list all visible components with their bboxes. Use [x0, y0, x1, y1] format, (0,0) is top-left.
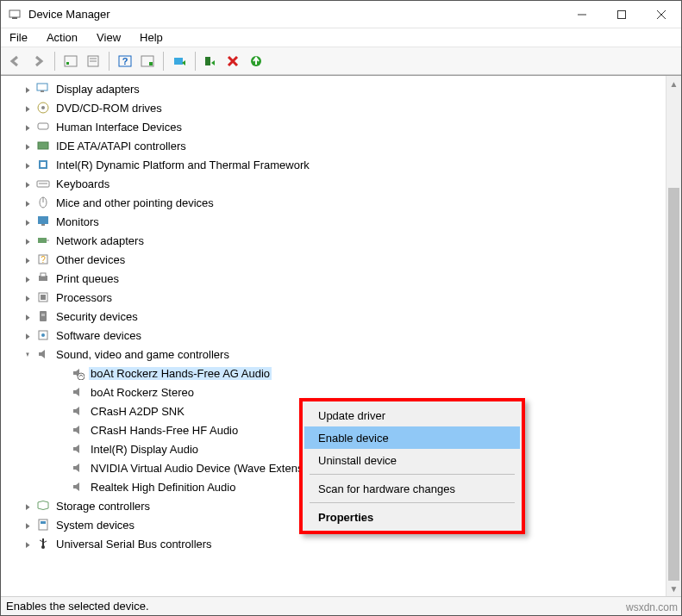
scroll-thumb[interactable] — [668, 188, 679, 581]
tree-node[interactable]: Display adapters — [13, 79, 666, 98]
network-icon — [35, 233, 51, 247]
tree-node-label: Software devices — [54, 329, 143, 342]
uninstall-button[interactable] — [223, 51, 244, 72]
speaker-icon — [70, 480, 85, 494]
svg-text:?: ? — [41, 255, 46, 264]
menu-separator — [310, 474, 515, 475]
expand-chevron-icon[interactable] — [22, 253, 34, 265]
tree-node-label: Security devices — [54, 310, 140, 323]
expand-chevron-icon[interactable] — [22, 329, 34, 341]
hid-icon — [35, 120, 51, 134]
scroll-down[interactable]: ▼ — [666, 581, 681, 596]
svg-rect-47 — [39, 520, 47, 530]
expand-chevron-icon[interactable] — [22, 83, 34, 95]
tree-node[interactable]: Keyboards — [13, 174, 666, 193]
menu-help[interactable]: Help — [140, 31, 163, 44]
back-button[interactable] — [6, 51, 27, 72]
mouse-icon — [35, 196, 51, 209]
properties-button[interactable] — [83, 51, 103, 72]
tree-node[interactable]: Intel(R) Dynamic Platform and Thermal Fr… — [13, 155, 666, 174]
tree-node-label: boAt Rockerz Stereo — [89, 386, 196, 399]
svg-line-4 — [657, 10, 666, 19]
svg-rect-41 — [41, 295, 46, 300]
expand-chevron-icon[interactable] — [22, 519, 34, 531]
forward-button[interactable] — [28, 51, 49, 72]
svg-point-46 — [78, 373, 84, 380]
expand-chevron-icon[interactable] — [22, 215, 34, 227]
scan-hardware-button[interactable] — [246, 51, 266, 72]
svg-rect-33 — [41, 224, 45, 226]
svg-rect-24 — [38, 123, 48, 129]
speaker-icon — [70, 423, 85, 437]
scan-button[interactable] — [137, 51, 158, 72]
svg-rect-7 — [66, 62, 69, 65]
ide-icon — [35, 139, 51, 152]
update-driver-button[interactable] — [169, 51, 190, 72]
context-menu-item[interactable]: Update driver — [304, 404, 520, 426]
expand-chevron-icon[interactable] — [22, 500, 34, 512]
menu-action[interactable]: Action — [47, 31, 78, 44]
cpu-icon — [35, 290, 51, 304]
expand-chevron-icon[interactable] — [22, 121, 34, 133]
close-button[interactable] — [641, 1, 681, 28]
status-bar: Enables the selected device. — [1, 596, 681, 615]
tree-node[interactable]: Network adapters — [13, 231, 666, 250]
menu-view[interactable]: View — [97, 31, 121, 44]
menu-separator — [310, 502, 515, 503]
menu-file[interactable]: File — [9, 31, 28, 44]
tree-node[interactable]: Software devices — [13, 326, 666, 345]
expand-chevron-icon[interactable] — [22, 538, 34, 550]
tree-node[interactable]: Security devices — [13, 307, 666, 326]
tree-node[interactable]: Mice and other pointing devices — [13, 193, 666, 212]
security-icon — [35, 309, 51, 323]
tree-node[interactable]: Processors — [13, 288, 666, 307]
speaker-icon — [70, 442, 85, 456]
svg-rect-16 — [205, 57, 210, 65]
menubar: File Action View Help — [1, 28, 681, 47]
svg-rect-34 — [38, 238, 47, 243]
tree-node-label: Display adapters — [54, 83, 141, 96]
context-menu-item[interactable]: Enable device — [304, 426, 520, 449]
scroll-up[interactable]: ▲ — [666, 76, 681, 91]
tree-node[interactable]: Universal Serial Bus controllers — [13, 534, 666, 553]
vertical-scrollbar[interactable]: ▲ ▼ — [666, 76, 681, 596]
minimize-button[interactable] — [562, 1, 602, 28]
window-title: Device Manager — [28, 8, 562, 21]
tree-node[interactable]: boAt Rockerz Hands-Free AG Audio — [13, 364, 666, 383]
expand-chevron-icon[interactable] — [22, 196, 34, 208]
tree-node[interactable]: DVD/CD-ROM drives — [13, 98, 666, 117]
expand-chevron-icon[interactable] — [22, 272, 34, 284]
expand-chevron-icon[interactable] — [22, 102, 34, 114]
tree-node[interactable]: Print queues — [13, 269, 666, 288]
toolbar: ? — [1, 47, 681, 75]
tree-node[interactable]: Monitors — [13, 212, 666, 231]
expand-chevron-icon[interactable] — [22, 177, 34, 190]
expand-chevron-icon[interactable] — [22, 159, 34, 171]
tree-node[interactable]: Human Interface Devices — [13, 117, 666, 136]
tree-node[interactable]: Sound, video and game controllers — [13, 345, 666, 364]
svg-rect-20 — [37, 84, 47, 90]
speaker-icon — [70, 385, 85, 399]
svg-rect-1 — [12, 17, 17, 19]
tree-node-label: IDE ATA/ATAPI controllers — [54, 140, 188, 152]
tree-node[interactable]: ?Other devices — [13, 250, 666, 269]
show-hide-button[interactable] — [60, 51, 81, 72]
svg-rect-48 — [41, 521, 46, 524]
expand-chevron-icon[interactable] — [22, 291, 34, 303]
expand-chevron-icon[interactable] — [22, 140, 34, 152]
context-menu-item[interactable]: Properties — [304, 506, 520, 528]
expand-chevron-icon[interactable] — [22, 310, 34, 322]
tree-node[interactable]: IDE ATA/ATAPI controllers — [13, 136, 666, 155]
context-menu-item[interactable]: Scan for hardware changes — [304, 477, 520, 500]
monitor-icon — [35, 215, 51, 228]
expand-chevron-icon[interactable] — [22, 348, 34, 360]
disc-icon — [35, 101, 51, 115]
svg-rect-27 — [41, 162, 46, 167]
context-menu-item[interactable]: Uninstall device — [304, 449, 520, 471]
maximize-button[interactable] — [602, 1, 641, 28]
expand-chevron-icon[interactable] — [22, 234, 34, 246]
enable-button[interactable] — [201, 51, 222, 72]
help-button[interactable]: ? — [115, 51, 135, 72]
svg-point-23 — [41, 106, 45, 109]
tree-node-label: Storage controllers — [54, 500, 152, 513]
